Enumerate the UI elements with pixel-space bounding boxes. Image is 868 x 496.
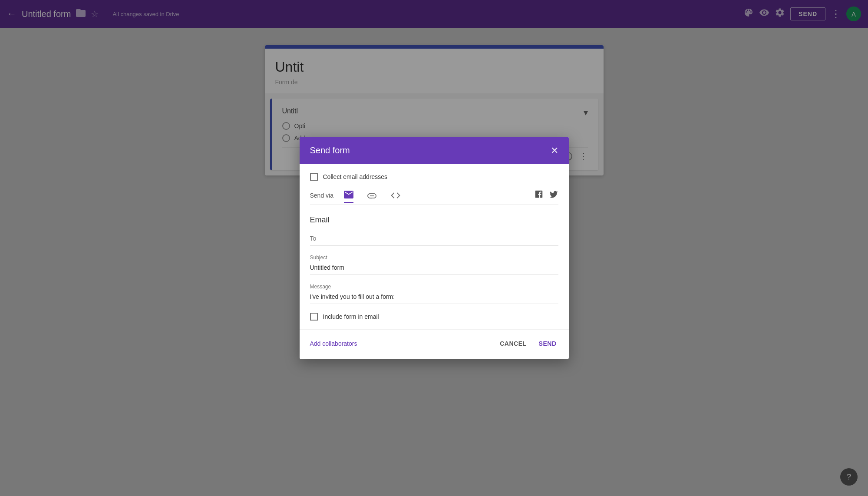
subject-input[interactable] (310, 262, 558, 275)
to-input[interactable] (310, 233, 558, 246)
send-via-label: Send via (310, 192, 333, 202)
send-form-dialog: Send form ✕ Collect email addresses Send… (300, 137, 569, 359)
subject-label: Subject (310, 255, 558, 261)
social-icons (534, 189, 558, 205)
collect-email-label: Collect email addresses (323, 173, 388, 180)
dialog-header: Send form ✕ (300, 137, 569, 164)
subject-field-group: Subject (310, 255, 558, 275)
dialog-footer: Add collaborators CANCEL SEND (300, 329, 569, 359)
message-input[interactable] (310, 291, 558, 304)
include-form-checkbox[interactable] (310, 313, 318, 321)
send-button-dialog[interactable]: SEND (537, 337, 558, 351)
facebook-icon[interactable] (534, 189, 544, 201)
include-form-row: Include form in email (310, 313, 558, 321)
message-label: Message (310, 284, 558, 290)
tab-embed[interactable] (391, 192, 400, 203)
add-collaborators-link[interactable]: Add collaborators (310, 340, 357, 347)
message-field-group: Message (310, 284, 558, 304)
tab-link[interactable] (367, 193, 377, 203)
footer-actions: CANCEL SEND (498, 337, 558, 351)
collect-email-row: Collect email addresses (310, 173, 558, 181)
send-via-row: Send via (310, 189, 558, 205)
tab-email[interactable] (344, 191, 353, 203)
dialog-close-button[interactable]: ✕ (551, 146, 558, 155)
dialog-title: Send form (310, 145, 350, 155)
cancel-button[interactable]: CANCEL (498, 337, 528, 351)
include-form-label: Include form in email (323, 313, 379, 320)
email-section-title: Email (310, 215, 558, 225)
dialog-body: Collect email addresses Send via (300, 164, 569, 329)
modal-overlay: Send form ✕ Collect email addresses Send… (0, 0, 868, 496)
collect-email-checkbox[interactable] (310, 173, 318, 181)
twitter-icon[interactable] (549, 189, 558, 201)
send-via-tabs (344, 191, 534, 203)
to-field-group (310, 233, 558, 246)
